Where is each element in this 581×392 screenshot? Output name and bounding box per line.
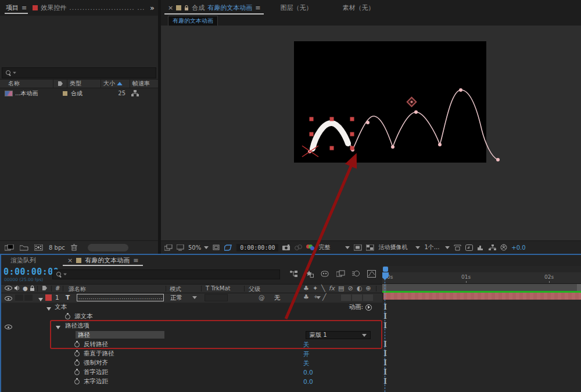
new-composition-icon[interactable] (34, 244, 43, 251)
project-item-row[interactable]: ...本动画 合成 25 (0, 88, 158, 98)
transparency-grid-icon[interactable] (366, 244, 374, 251)
animate-control[interactable]: 动画: (349, 303, 372, 311)
three-d-layer-icon[interactable]: ⊕ (365, 285, 371, 292)
property-row-path[interactable]: 路径 蒙版 1 (1, 330, 382, 340)
property-label[interactable]: 路径选项 (65, 322, 89, 330)
fast-previews-icon[interactable] (354, 244, 362, 251)
layer-row-1[interactable]: 1 T ....................................… (1, 293, 382, 303)
animate-flyout-icon[interactable] (365, 304, 372, 311)
mini-flowchart-icon[interactable] (489, 244, 496, 251)
layer-anchor-target-icon[interactable] (407, 98, 417, 107)
view-count-dropdown[interactable]: 1个... (424, 243, 450, 251)
layer-duration-bar[interactable] (383, 293, 581, 300)
label-column-icon[interactable] (42, 285, 48, 292)
panel-menu-icon[interactable]: ≡ (255, 5, 260, 11)
quality-icon[interactable]: ╲ (321, 285, 325, 292)
timeline-track-area[interactable]: 0s 01s 02s I I I I I I I I (382, 266, 581, 392)
trkmat-cell[interactable] (205, 294, 228, 301)
tab-layer[interactable]: 图层（无） (265, 3, 327, 12)
property-row-path-options[interactable]: 路径选项 (1, 321, 382, 330)
source-name-column[interactable]: 源名称 (69, 285, 86, 293)
expand-layer-arrow-icon[interactable] (38, 296, 43, 303)
property-row-first-margin[interactable]: 首字边距 0.0 (1, 368, 382, 377)
tab-render-queue[interactable]: 渲染队列 (1, 256, 45, 265)
work-area-bar[interactable] (382, 284, 581, 291)
monitor-icon[interactable] (177, 244, 184, 251)
graph-editor-icon[interactable] (367, 270, 376, 278)
reset-view-icon[interactable] (465, 244, 473, 251)
property-label[interactable]: 首字边距 (84, 368, 108, 376)
layer-switches[interactable]: ♣ ✦ ╱ (303, 294, 327, 300)
close-tab-icon[interactable]: × (168, 5, 173, 11)
stopwatch-icon[interactable] (65, 313, 70, 321)
video-column-icon[interactable] (5, 285, 12, 292)
parent-column[interactable]: 父级 (249, 285, 260, 293)
property-label[interactable]: 反转路径 (84, 340, 108, 348)
timeline-search-box[interactable] (52, 269, 280, 279)
stopwatch-icon[interactable] (74, 359, 80, 367)
collapse-group-arrow-icon[interactable] (56, 323, 60, 330)
property-row-reverse-path[interactable]: 反转路径 关 (1, 340, 382, 349)
adjustment-layer-icon[interactable]: ◐ (357, 285, 363, 292)
show-channel-icon[interactable] (306, 244, 314, 251)
column-size[interactable]: 大小 (101, 80, 130, 88)
quality-toggle-icon[interactable]: ╱ (322, 294, 327, 300)
property-eye-icon[interactable] (5, 323, 12, 330)
project-search-box[interactable] (2, 67, 156, 78)
panel-overflow-chevron-icon[interactable]: » (150, 4, 155, 12)
shy-toggle-icon[interactable]: ♣ (303, 294, 309, 300)
toolbar-timecode[interactable]: 0:00:00:00 (236, 244, 278, 251)
column-type[interactable]: 类型 (67, 80, 101, 88)
exposure-value[interactable]: +0.0 (511, 244, 525, 251)
bit-depth-button[interactable]: 8 bpc (49, 244, 65, 251)
show-snapshot-icon[interactable] (295, 244, 302, 251)
collapse-toggle-icon[interactable]: ✦ (313, 294, 318, 300)
property-label[interactable]: 垂直于路径 (84, 350, 114, 358)
panel-menu-icon[interactable]: ≡ (133, 257, 138, 264)
property-row-source-text[interactable]: 源文本 (1, 312, 382, 321)
audio-cell[interactable] (15, 294, 23, 301)
property-value[interactable]: 关 (303, 341, 310, 349)
blend-mode-dropdown[interactable]: 正常 (168, 294, 199, 301)
stopwatch-icon[interactable] (74, 369, 80, 376)
property-label[interactable]: 强制对齐 (84, 359, 108, 367)
effects-icon[interactable]: fx (329, 285, 335, 292)
property-row-last-margin[interactable]: 末字边距 0.0 (1, 377, 382, 386)
stopwatch-icon[interactable] (74, 378, 80, 386)
mask-dropdown[interactable]: 蒙版 1 (306, 331, 371, 339)
property-label-selected[interactable]: 路径 (76, 331, 164, 339)
switch-cells[interactable] (341, 294, 373, 301)
tab-timeline-comp[interactable]: × 有趣的文本动画 ≡ (62, 255, 144, 266)
column-name[interactable]: 名称 (0, 80, 53, 88)
stopwatch-icon[interactable] (74, 350, 80, 358)
property-value[interactable]: 0.0 (303, 378, 313, 385)
time-navigator-handle[interactable] (383, 267, 388, 272)
frame-blending-icon[interactable] (336, 270, 345, 278)
resolution-dropdown[interactable]: 完整 (318, 243, 350, 251)
property-row-text[interactable]: 文本 动画: (1, 303, 382, 312)
property-label[interactable]: 末字边距 (84, 377, 108, 386)
layer-switches-icons[interactable]: ♣ ✦ ╲ fx ▤ ⊘ ◐ ⊕ (303, 285, 371, 292)
new-folder-icon[interactable] (20, 244, 28, 251)
parent-pickwhip-icon[interactable]: @ (259, 294, 265, 301)
property-value[interactable]: 0.0 (303, 369, 313, 376)
shy-icon[interactable]: ♣ (303, 285, 309, 292)
share-view-icon[interactable] (454, 244, 461, 251)
property-label[interactable]: 源文本 (74, 312, 93, 321)
active-camera-dropdown[interactable]: 活动摄像机 (378, 243, 420, 251)
motion-blur-icon[interactable]: ⊘ (348, 285, 353, 292)
trkmat-column[interactable]: T TrkMat (206, 285, 231, 292)
property-label[interactable]: 文本 (55, 303, 67, 311)
tab-project[interactable]: 项目 ≡ (3, 0, 29, 16)
property-row-force-alignment[interactable]: 强制对齐 关 (1, 358, 382, 368)
snapshot-camera-icon[interactable] (282, 244, 290, 251)
property-row-perpendicular[interactable]: 垂直于路径 开 (1, 349, 382, 358)
hide-shy-layers-icon[interactable] (321, 270, 329, 278)
footer-slider[interactable] (88, 244, 128, 251)
frame-blend-icon[interactable]: ▤ (338, 285, 344, 292)
audio-column-icon[interactable] (14, 285, 20, 292)
stopwatch-icon[interactable] (74, 341, 80, 348)
current-timecode[interactable]: 0:00:00:00 (3, 267, 59, 277)
number-column[interactable]: # (55, 285, 60, 292)
track-background[interactable] (382, 300, 581, 392)
